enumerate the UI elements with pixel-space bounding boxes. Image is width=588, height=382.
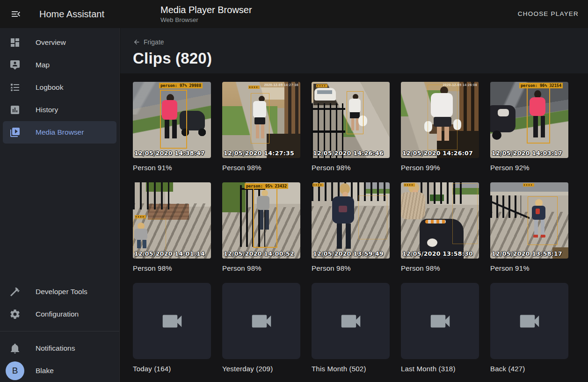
- app-title: Home Assistant: [39, 0, 104, 28]
- folder-caption: Today (164): [133, 365, 211, 373]
- scene-shape: [401, 192, 425, 219]
- clip-item[interactable]: 12/05/2020 14:26:46 Person 98%: [312, 82, 390, 172]
- camera-timestamp: 12/05/2020 14:00:52: [224, 250, 294, 257]
- clip-thumbnail[interactable]: person: 96% 32154 12/05/2020 14:03:17: [490, 82, 568, 158]
- sidebar-item-label: Map: [36, 61, 50, 69]
- clip-item[interactable]: 2020-12-05 14:27:36 12/05/2020 14:27:35 …: [222, 82, 300, 172]
- folder-item-back[interactable]: Back (427): [490, 283, 568, 373]
- sidebar-item-developer-tools[interactable]: Developer Tools: [3, 281, 116, 303]
- breadcrumb-label: Frigate: [144, 38, 164, 46]
- folder-item-last-month[interactable]: Last Month (318): [401, 283, 479, 373]
- sidebar-item-logbook[interactable]: Logbook: [3, 76, 116, 99]
- menu-open-icon[interactable]: [10, 8, 22, 20]
- clip-item[interactable]: 12/05/2020 14:01:14 Person 98%: [133, 182, 211, 272]
- tooltip-account-icon: [9, 59, 21, 71]
- detection-bounding-box: [251, 93, 269, 144]
- folder-item-this-month[interactable]: This Month (502): [312, 283, 390, 373]
- folder-thumbnail[interactable]: [133, 283, 211, 359]
- clips-grid: person: 97% 29988 12/05/2020 14:38:47 Pe…: [133, 82, 568, 373]
- video-camera-icon: [338, 309, 363, 334]
- arrow-left-icon: [133, 38, 140, 46]
- scene-shape: [427, 238, 437, 247]
- clip-item[interactable]: 12/05/2020 13:58:17 Person 91%: [490, 182, 568, 272]
- detection-label: [312, 183, 324, 187]
- folder-thumbnail[interactable]: [312, 283, 390, 359]
- sidebar-item-configuration[interactable]: Configuration: [3, 303, 116, 325]
- camera-timestamp: 12/05/2020 14:03:17: [492, 150, 562, 157]
- detection-bounding-box: [133, 219, 166, 252]
- detection-label: [248, 86, 260, 89]
- clip-caption: Person 91%: [490, 264, 568, 272]
- clip-item[interactable]: 2020-12-05 14:26:08 12/05/2020 14:26:07 …: [401, 82, 479, 172]
- clip-thumbnail[interactable]: 12/05/2020 13:58:30: [401, 182, 479, 259]
- clip-thumbnail[interactable]: 12/05/2020 14:26:46: [312, 82, 390, 158]
- sidebar-item-overview[interactable]: Overview: [3, 31, 116, 54]
- sidebar-item-label: Notifications: [36, 344, 75, 353]
- folder-item-today[interactable]: Today (164): [133, 283, 211, 373]
- detection-label: [523, 183, 534, 187]
- clip-thumbnail[interactable]: person: 97% 29988 12/05/2020 14:38:47: [133, 82, 211, 158]
- detection-bounding-box: [428, 85, 457, 150]
- sidebar-item-profile[interactable]: B Blake: [3, 360, 116, 382]
- sidebar-item-label: Overview: [36, 38, 66, 47]
- media-browser-content: Frigate Clips (820) person: 97% 29988: [120, 28, 588, 382]
- scene-shape: [314, 88, 336, 101]
- folder-thumbnail[interactable]: [222, 283, 300, 359]
- sidebar-item-label: Configuration: [36, 310, 79, 318]
- video-camera-icon: [517, 309, 542, 334]
- detection-bounding-box: [253, 187, 277, 248]
- clip-thumbnail[interactable]: 2020-12-05 14:27:36 12/05/2020 14:27:35: [222, 82, 300, 158]
- clip-item[interactable]: 12/05/2020 13:59:49 Person 98%: [312, 182, 390, 272]
- app-bar: Home Assistant Media Player Browser Web …: [0, 0, 588, 28]
- clip-item[interactable]: person: 95% 23432 12/05/2020 14:00:52 Pe…: [222, 182, 300, 272]
- gear-icon: [9, 309, 21, 320]
- media-browser-header: Media Player Browser Web Browser: [160, 4, 252, 24]
- sidebar-item-media-browser[interactable]: Media Browser: [3, 121, 116, 144]
- clip-item[interactable]: 12/05/2020 13:58:30 Person 98%: [401, 182, 479, 272]
- sidebar-item-notifications[interactable]: Notifications: [3, 337, 116, 360]
- sidebar-item-label: Media Browser: [36, 128, 84, 137]
- detection-bounding-box: [347, 91, 363, 134]
- media-player-browser-title: Media Player Browser: [160, 4, 252, 15]
- folder-caption: This Month (502): [312, 365, 390, 373]
- clip-caption: Person 98%: [312, 164, 390, 172]
- sidebar-item-label: Developer Tools: [36, 288, 87, 296]
- content-header: Frigate Clips (820): [120, 28, 588, 73]
- camera-timestamp: 12/05/2020 14:38:47: [134, 150, 205, 157]
- folder-caption: Back (427): [490, 365, 568, 373]
- video-camera-icon: [428, 309, 453, 334]
- clip-thumbnail[interactable]: 12/05/2020 13:58:17: [490, 182, 568, 259]
- sidebar: Overview Map Logbook History Media Brows…: [0, 28, 120, 382]
- clip-thumbnail[interactable]: 12/05/2020 13:59:49: [312, 182, 390, 259]
- camera-timestamp: 12/05/2020 14:01:14: [134, 250, 205, 257]
- scene-shape: [339, 206, 347, 212]
- clip-caption: Person 98%: [222, 264, 300, 272]
- play-box-multiple-icon: [9, 127, 21, 138]
- overlay-timestamp: 2020-12-05 14:27:36: [264, 83, 298, 86]
- folder-thumbnail[interactable]: [401, 283, 479, 359]
- clip-caption: Person 98%: [222, 164, 300, 172]
- camera-timestamp: 12/05/2020 14:27:35: [224, 150, 294, 157]
- choose-player-button[interactable]: CHOOSE PLAYER: [518, 0, 579, 28]
- clip-thumbnail[interactable]: 2020-12-05 14:26:08 12/05/2020 14:26:07: [401, 82, 479, 158]
- clip-item[interactable]: person: 96% 32154 12/05/2020 14:03:17 Pe…: [490, 82, 568, 172]
- folder-caption: Yesterday (209): [222, 365, 300, 373]
- detection-bounding-box: [528, 196, 558, 245]
- scene-shape: [492, 130, 501, 140]
- detection-bounding-box: [358, 195, 387, 239]
- folder-thumbnail[interactable]: [490, 283, 568, 359]
- breadcrumb[interactable]: Frigate: [133, 38, 164, 46]
- sidebar-item-history[interactable]: History: [3, 99, 116, 121]
- view-dashboard-icon: [9, 37, 21, 48]
- scene-shape: [337, 223, 351, 249]
- clip-thumbnail[interactable]: person: 95% 23432 12/05/2020 14:00:52: [222, 182, 300, 259]
- clip-caption: Person 98%: [401, 264, 479, 272]
- folder-item-yesterday[interactable]: Yesterday (209): [222, 283, 300, 373]
- camera-timestamp: 12/05/2020 13:58:30: [402, 250, 473, 257]
- clip-caption: Person 99%: [401, 164, 479, 172]
- clip-thumbnail[interactable]: 12/05/2020 14:01:14: [133, 182, 211, 259]
- clip-item[interactable]: person: 97% 29988 12/05/2020 14:38:47 Pe…: [133, 82, 211, 172]
- detection-bounding-box: [160, 90, 187, 149]
- list-bulleted-icon: [9, 82, 21, 93]
- sidebar-item-map[interactable]: Map: [3, 54, 116, 76]
